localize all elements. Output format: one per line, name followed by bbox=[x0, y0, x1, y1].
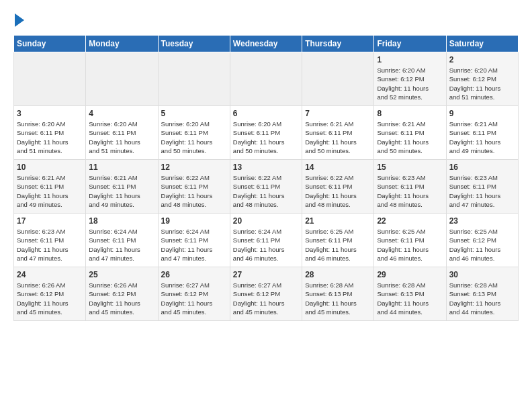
day-number: 17 bbox=[17, 216, 83, 226]
day-number: 25 bbox=[89, 270, 154, 279]
day-number: 13 bbox=[233, 163, 299, 172]
day-number: 3 bbox=[17, 109, 83, 118]
day-number: 14 bbox=[305, 163, 371, 172]
day-info: Sunrise: 6:20 AM Sunset: 6:12 PM Dayligh… bbox=[377, 66, 443, 101]
day-number: 4 bbox=[89, 109, 154, 118]
day-info: Sunrise: 6:20 AM Sunset: 6:11 PM Dayligh… bbox=[161, 120, 227, 155]
day-number: 29 bbox=[377, 270, 443, 279]
calendar-cell: 29Sunrise: 6:28 AM Sunset: 6:13 PM Dayli… bbox=[374, 267, 446, 321]
day-number: 7 bbox=[305, 109, 371, 118]
logo-text-block bbox=[13, 11, 24, 27]
day-info: Sunrise: 6:25 AM Sunset: 6:11 PM Dayligh… bbox=[377, 227, 443, 263]
header bbox=[13, 11, 519, 27]
day-info: Sunrise: 6:28 AM Sunset: 6:13 PM Dayligh… bbox=[305, 281, 371, 316]
weekday-header-wednesday: Wednesday bbox=[230, 36, 302, 52]
calendar-cell: 23Sunrise: 6:25 AM Sunset: 6:12 PM Dayli… bbox=[446, 214, 518, 267]
day-info: Sunrise: 6:22 AM Sunset: 6:11 PM Dayligh… bbox=[161, 173, 227, 209]
day-info: Sunrise: 6:20 AM Sunset: 6:11 PM Dayligh… bbox=[233, 120, 299, 155]
calendar-week-2: 3Sunrise: 6:20 AM Sunset: 6:11 PM Daylig… bbox=[14, 106, 519, 160]
day-info: Sunrise: 6:21 AM Sunset: 6:11 PM Dayligh… bbox=[17, 173, 83, 209]
day-info: Sunrise: 6:21 AM Sunset: 6:11 PM Dayligh… bbox=[89, 173, 154, 209]
logo-arrow-icon bbox=[15, 13, 24, 27]
day-number: 27 bbox=[233, 270, 299, 279]
calendar-cell: 4Sunrise: 6:20 AM Sunset: 6:11 PM Daylig… bbox=[86, 106, 158, 160]
calendar-cell: 26Sunrise: 6:27 AM Sunset: 6:12 PM Dayli… bbox=[158, 267, 230, 321]
logo bbox=[13, 11, 24, 27]
calendar-cell: 2Sunrise: 6:20 AM Sunset: 6:12 PM Daylig… bbox=[446, 52, 518, 106]
day-info: Sunrise: 6:28 AM Sunset: 6:13 PM Dayligh… bbox=[377, 281, 443, 316]
weekday-header-thursday: Thursday bbox=[302, 36, 374, 52]
calendar-week-1: 1Sunrise: 6:20 AM Sunset: 6:12 PM Daylig… bbox=[14, 52, 519, 106]
day-number: 23 bbox=[449, 216, 515, 226]
day-info: Sunrise: 6:20 AM Sunset: 6:11 PM Dayligh… bbox=[89, 120, 154, 155]
calendar-cell: 7Sunrise: 6:21 AM Sunset: 6:11 PM Daylig… bbox=[302, 106, 374, 160]
calendar-cell: 28Sunrise: 6:28 AM Sunset: 6:13 PM Dayli… bbox=[302, 267, 374, 321]
day-info: Sunrise: 6:24 AM Sunset: 6:11 PM Dayligh… bbox=[89, 227, 154, 263]
calendar-cell: 1Sunrise: 6:20 AM Sunset: 6:12 PM Daylig… bbox=[374, 52, 446, 106]
day-info: Sunrise: 6:23 AM Sunset: 6:11 PM Dayligh… bbox=[377, 173, 443, 209]
calendar-cell: 9Sunrise: 6:21 AM Sunset: 6:11 PM Daylig… bbox=[446, 106, 518, 160]
calendar-cell bbox=[302, 52, 374, 106]
day-number: 30 bbox=[449, 270, 515, 279]
day-number: 22 bbox=[377, 216, 443, 226]
day-info: Sunrise: 6:28 AM Sunset: 6:13 PM Dayligh… bbox=[449, 281, 515, 316]
day-number: 8 bbox=[377, 109, 443, 118]
day-number: 5 bbox=[161, 109, 227, 118]
calendar-cell: 18Sunrise: 6:24 AM Sunset: 6:11 PM Dayli… bbox=[86, 214, 158, 267]
day-number: 20 bbox=[233, 216, 299, 226]
calendar-cell bbox=[14, 52, 86, 106]
day-info: Sunrise: 6:27 AM Sunset: 6:12 PM Dayligh… bbox=[161, 281, 227, 316]
day-number: 24 bbox=[17, 270, 83, 279]
day-info: Sunrise: 6:22 AM Sunset: 6:11 PM Dayligh… bbox=[233, 173, 299, 209]
calendar-cell: 24Sunrise: 6:26 AM Sunset: 6:12 PM Dayli… bbox=[14, 267, 86, 321]
calendar-cell: 27Sunrise: 6:27 AM Sunset: 6:12 PM Dayli… bbox=[230, 267, 302, 321]
day-number: 9 bbox=[449, 109, 515, 118]
calendar-week-4: 17Sunrise: 6:23 AM Sunset: 6:11 PM Dayli… bbox=[14, 214, 519, 267]
calendar-cell bbox=[158, 52, 230, 106]
calendar-cell: 20Sunrise: 6:24 AM Sunset: 6:11 PM Dayli… bbox=[230, 214, 302, 267]
calendar-cell: 30Sunrise: 6:28 AM Sunset: 6:13 PM Dayli… bbox=[446, 267, 518, 321]
page: SundayMondayTuesdayWednesdayThursdayFrid… bbox=[0, 0, 532, 328]
day-number: 26 bbox=[161, 270, 227, 279]
calendar-week-3: 10Sunrise: 6:21 AM Sunset: 6:11 PM Dayli… bbox=[14, 160, 519, 214]
day-info: Sunrise: 6:25 AM Sunset: 6:11 PM Dayligh… bbox=[305, 227, 371, 263]
calendar-cell: 21Sunrise: 6:25 AM Sunset: 6:11 PM Dayli… bbox=[302, 214, 374, 267]
calendar-body: 1Sunrise: 6:20 AM Sunset: 6:12 PM Daylig… bbox=[14, 52, 519, 321]
weekday-header-tuesday: Tuesday bbox=[158, 36, 230, 52]
weekday-header-monday: Monday bbox=[86, 36, 158, 52]
day-info: Sunrise: 6:20 AM Sunset: 6:12 PM Dayligh… bbox=[449, 66, 515, 101]
day-number: 21 bbox=[305, 216, 371, 226]
calendar-cell: 13Sunrise: 6:22 AM Sunset: 6:11 PM Dayli… bbox=[230, 160, 302, 214]
day-info: Sunrise: 6:23 AM Sunset: 6:11 PM Dayligh… bbox=[449, 173, 515, 209]
day-info: Sunrise: 6:26 AM Sunset: 6:12 PM Dayligh… bbox=[17, 281, 83, 316]
weekday-header-saturday: Saturday bbox=[446, 36, 518, 52]
calendar-cell: 5Sunrise: 6:20 AM Sunset: 6:11 PM Daylig… bbox=[158, 106, 230, 160]
weekday-header-sunday: Sunday bbox=[14, 36, 86, 52]
calendar-cell: 19Sunrise: 6:24 AM Sunset: 6:11 PM Dayli… bbox=[158, 214, 230, 267]
calendar-cell: 25Sunrise: 6:26 AM Sunset: 6:12 PM Dayli… bbox=[86, 267, 158, 321]
day-info: Sunrise: 6:24 AM Sunset: 6:11 PM Dayligh… bbox=[233, 227, 299, 263]
calendar-cell bbox=[86, 52, 158, 106]
calendar-cell: 10Sunrise: 6:21 AM Sunset: 6:11 PM Dayli… bbox=[14, 160, 86, 214]
day-info: Sunrise: 6:22 AM Sunset: 6:11 PM Dayligh… bbox=[305, 173, 371, 209]
day-number: 28 bbox=[305, 270, 371, 279]
day-info: Sunrise: 6:21 AM Sunset: 6:11 PM Dayligh… bbox=[305, 120, 371, 155]
calendar-cell: 17Sunrise: 6:23 AM Sunset: 6:11 PM Dayli… bbox=[14, 214, 86, 267]
calendar-cell: 12Sunrise: 6:22 AM Sunset: 6:11 PM Dayli… bbox=[158, 160, 230, 214]
calendar-table: SundayMondayTuesdayWednesdayThursdayFrid… bbox=[13, 35, 519, 321]
day-number: 12 bbox=[161, 163, 227, 172]
calendar-cell: 16Sunrise: 6:23 AM Sunset: 6:11 PM Dayli… bbox=[446, 160, 518, 214]
day-number: 1 bbox=[377, 55, 443, 64]
calendar-header: SundayMondayTuesdayWednesdayThursdayFrid… bbox=[14, 36, 519, 52]
day-number: 18 bbox=[89, 216, 154, 226]
weekday-header-row: SundayMondayTuesdayWednesdayThursdayFrid… bbox=[14, 36, 519, 52]
day-number: 10 bbox=[17, 163, 83, 172]
day-number: 19 bbox=[161, 216, 227, 226]
calendar-cell: 3Sunrise: 6:20 AM Sunset: 6:11 PM Daylig… bbox=[14, 106, 86, 160]
day-number: 2 bbox=[449, 55, 515, 64]
calendar-cell: 11Sunrise: 6:21 AM Sunset: 6:11 PM Dayli… bbox=[86, 160, 158, 214]
calendar-cell bbox=[230, 52, 302, 106]
calendar-cell: 14Sunrise: 6:22 AM Sunset: 6:11 PM Dayli… bbox=[302, 160, 374, 214]
day-number: 15 bbox=[377, 163, 443, 172]
day-number: 16 bbox=[449, 163, 515, 172]
